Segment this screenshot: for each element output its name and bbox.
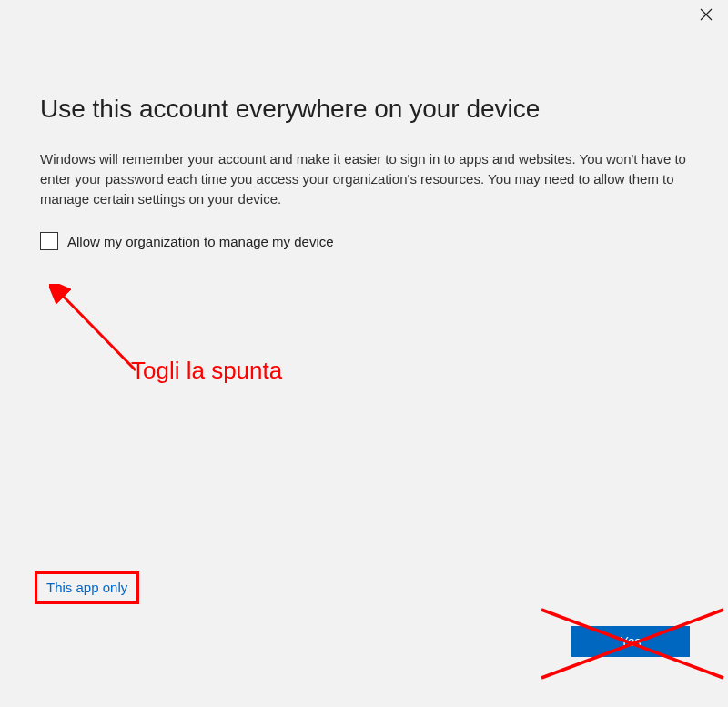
yes-button-label: Yes bbox=[621, 634, 642, 649]
dialog-content: Use this account everywhere on your devi… bbox=[40, 95, 688, 250]
dialog-title: Use this account everywhere on your devi… bbox=[40, 95, 688, 124]
yes-button[interactable]: Yes bbox=[571, 626, 690, 657]
svg-line-3 bbox=[60, 293, 136, 370]
close-icon bbox=[700, 8, 713, 25]
arrow-annotation-icon bbox=[49, 284, 149, 384]
annotation-uncheck-note: Togli la spunta bbox=[131, 357, 282, 385]
allow-manage-checkbox[interactable] bbox=[40, 232, 58, 250]
this-app-only-link[interactable]: This app only bbox=[46, 580, 127, 595]
checkbox-label: Allow my organization to manage my devic… bbox=[67, 234, 334, 249]
close-button[interactable] bbox=[697, 7, 715, 25]
dialog-description: Windows will remember your account and m… bbox=[40, 149, 688, 208]
this-app-only-highlight: This app only bbox=[35, 571, 139, 604]
checkbox-row: Allow my organization to manage my devic… bbox=[40, 232, 688, 250]
